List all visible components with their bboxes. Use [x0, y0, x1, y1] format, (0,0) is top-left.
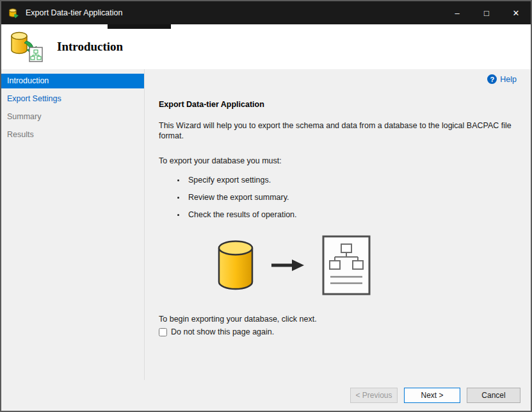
- database-export-icon: [10, 31, 44, 63]
- minimize-button[interactable]: –: [442, 1, 472, 24]
- dont-show-again-row[interactable]: Do not show this page again.: [159, 327, 518, 336]
- sidebar-item-export-settings[interactable]: Export Settings: [1, 92, 144, 106]
- sidebar-item-introduction[interactable]: Introduction: [1, 74, 144, 88]
- database-cylinder-icon: [216, 240, 255, 293]
- window-title: Export Data-tier Application: [26, 8, 122, 17]
- right-arrow-icon: [271, 259, 305, 274]
- content-heading: Export Data-tier Application: [159, 100, 518, 109]
- next-button[interactable]: Next >: [404, 388, 460, 403]
- bacpac-file-icon: [321, 235, 371, 298]
- previous-button[interactable]: < Previous: [350, 388, 398, 403]
- requirements-lead: To export your database you must:: [159, 156, 518, 165]
- page-title: Introduction: [57, 40, 123, 54]
- wizard-body: Introduction Export Settings Summary Res…: [1, 69, 531, 380]
- help-link[interactable]: ? Help: [487, 74, 517, 84]
- cancel-button[interactable]: Cancel: [467, 388, 520, 403]
- help-icon: ?: [487, 74, 497, 84]
- sidebar-item-results: Results: [1, 128, 144, 142]
- dont-show-again-checkbox[interactable]: [159, 328, 167, 336]
- export-data-tier-wizard-window: Export Data-tier Application – □ ✕: [0, 0, 532, 412]
- close-button[interactable]: ✕: [501, 1, 531, 24]
- wizard-header: Introduction: [1, 24, 531, 69]
- intro-text: This Wizard will help you to export the …: [159, 120, 518, 141]
- title-bar: Export Data-tier Application – □ ✕: [1, 1, 531, 24]
- list-item: Specify export settings.: [186, 176, 518, 185]
- list-item: Review the export summary.: [186, 193, 518, 202]
- sidebar-item-summary: Summary: [1, 110, 144, 124]
- export-illustration: [216, 235, 371, 298]
- screenshot-artifact-strip: [108, 24, 171, 29]
- footer-note: To begin exporting your database, click …: [159, 315, 518, 324]
- checkbox-label: Do not show this page again.: [171, 327, 274, 336]
- wizard-steps-sidebar: Introduction Export Settings Summary Res…: [1, 69, 145, 380]
- wizard-content: ? Help Export Data-tier Application This…: [145, 69, 531, 380]
- window-controls: – □ ✕: [442, 1, 531, 24]
- wizard-footer: < Previous Next > Cancel: [1, 380, 531, 411]
- requirements-list: Specify export settings. Review the expo…: [159, 176, 518, 219]
- maximize-button[interactable]: □: [472, 1, 501, 24]
- list-item: Check the results of operation.: [186, 210, 518, 219]
- help-label: Help: [500, 75, 517, 84]
- app-database-export-icon: [8, 8, 19, 19]
